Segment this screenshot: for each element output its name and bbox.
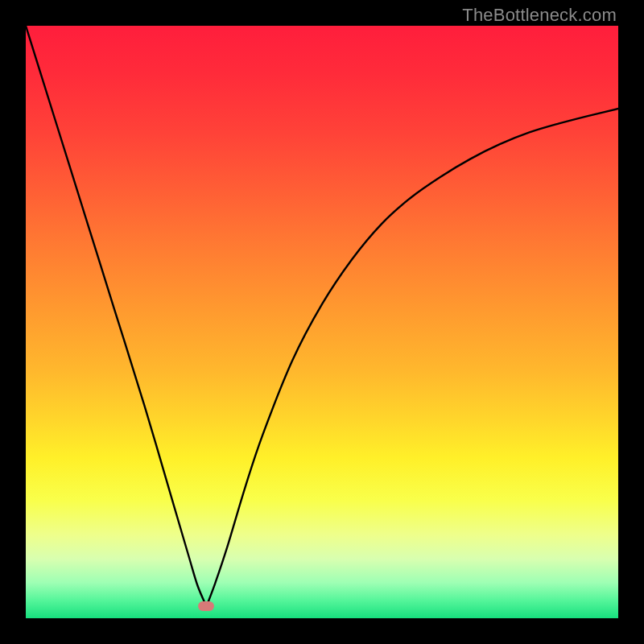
plot-area xyxy=(26,26,618,618)
chart-frame: TheBottleneck.com xyxy=(0,0,644,644)
bottleneck-curve xyxy=(26,26,618,618)
minimum-marker xyxy=(198,601,214,611)
watermark-text: TheBottleneck.com xyxy=(462,5,617,26)
